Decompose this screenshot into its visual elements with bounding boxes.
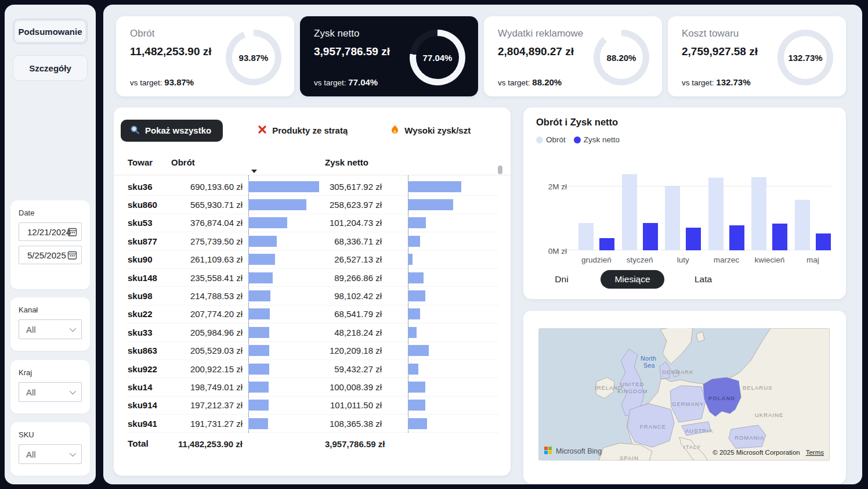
kraj-dropdown[interactable]: All: [19, 382, 82, 402]
sku-dropdown[interactable]: All: [19, 444, 82, 464]
kpi-title: Wydatki reklamowe: [498, 28, 583, 39]
toggle-miesiace[interactable]: Miesiące: [601, 270, 664, 289]
map-label-austria: AUSTRIA: [685, 427, 713, 434]
bar-group-luty[interactable]: luty: [665, 169, 701, 250]
column-header-towar[interactable]: Towar: [128, 157, 166, 167]
row-sku: sku877: [128, 236, 166, 246]
date-from-input[interactable]: 12/21/2024: [19, 222, 82, 241]
calendar-icon[interactable]: [67, 227, 77, 239]
zysk-bar-axis-line: [408, 175, 408, 433]
row-obrot-bar: [248, 236, 277, 247]
y-axis-tick-0m: 0M zł: [533, 247, 567, 256]
row-zysk-bar-cell: [388, 364, 499, 375]
table-row[interactable]: sku36 690,193.60 zł 305,617.92 zł: [128, 178, 499, 196]
europe-map[interactable]: IRELAND UNITED KINGDOM North Sea DENMARK…: [538, 328, 830, 461]
date-filter-card: Date 12/21/2024 5/25/2025: [10, 200, 90, 289]
row-zysk-bar-cell: [388, 345, 499, 356]
toggle-lata[interactable]: Lata: [695, 270, 712, 289]
kpi-title: Koszt towaru: [682, 28, 758, 39]
kanal-filter-label: Kanał: [19, 305, 82, 314]
bar-group-maj[interactable]: maj: [795, 169, 831, 250]
row-zysk: 98,102.42 zł: [325, 291, 388, 301]
table-row[interactable]: sku941 191,731.27 zł 108,365.38 zł: [128, 415, 499, 433]
filter-button-label: Pokaż wszystko: [145, 125, 211, 135]
row-sku: sku863: [128, 346, 166, 355]
row-obrot: 207,774.20 zł: [166, 309, 248, 319]
obrot-bar: [795, 200, 810, 250]
bar-group-styczeń[interactable]: styczeń: [622, 169, 658, 250]
legend-item-obrot[interactable]: Obrót: [536, 135, 566, 144]
row-zysk-bar-cell: [388, 327, 499, 338]
row-obrot: 261,109.63 zł: [166, 254, 248, 264]
table-row[interactable]: sku148 235,558.41 zł 89,266.86 zł: [128, 269, 499, 287]
row-obrot-bar-cell: [248, 290, 325, 301]
row-zysk-bar: [408, 181, 461, 192]
row-zysk: 26,527.13 zł: [325, 254, 388, 264]
row-zysk-bar: [408, 199, 453, 210]
table-row[interactable]: sku914 197,212.37 zł 101,011.50 zł: [128, 397, 499, 415]
kpi-vs-target: vs target: 77.04%: [314, 77, 390, 87]
map-label-ukraine: UKRAINE: [755, 412, 783, 418]
kpi-row: Obrót 11,482,253.90 zł vs target: 93.87%…: [116, 16, 846, 96]
table-scrollbar-thumb[interactable]: [498, 166, 502, 174]
kpi-vs-target: vs target: 132.73%: [682, 77, 758, 87]
row-zysk: 305,617.92 zł: [325, 182, 388, 192]
row-zysk-bar: [408, 345, 429, 356]
row-zysk-bar: [408, 364, 418, 375]
kanal-dropdown[interactable]: All: [19, 319, 82, 339]
nav-button-podsumowanie[interactable]: Podsumowanie: [13, 19, 88, 44]
table-row[interactable]: sku14 198,749.01 zł 100,008.39 zł: [128, 378, 499, 396]
legend-item-zysk-netto[interactable]: Zysk netto: [574, 135, 620, 144]
kpi-card-koszt-towaru[interactable]: Koszt towaru 2,759,927.58 zł vs target: …: [668, 16, 846, 96]
zysk-netto-bar: [686, 228, 701, 250]
calendar-icon[interactable]: [67, 250, 77, 262]
filter-button-pokaz-wszystko[interactable]: Pokaż wszystko: [121, 120, 223, 142]
kpi-card-zysk-netto[interactable]: Zysk netto 3,957,786.59 zł vs target: 77…: [300, 16, 478, 96]
row-obrot: 191,731.27 zł: [166, 419, 248, 429]
row-zysk: 101,011.50 zł: [325, 400, 388, 410]
kpi-card-wydatki-reklamowe[interactable]: Wydatki reklamowe 2,804,890.27 zł vs tar…: [484, 16, 662, 96]
row-zysk: 100,008.39 zł: [325, 382, 388, 392]
table-row[interactable]: sku860 565,930.71 zł 258,623.97 zł: [128, 196, 499, 214]
table-row[interactable]: sku33 205,984.96 zł 48,218.24 zł: [128, 323, 499, 341]
copyright-text: © 2025 Microsoft Corporation: [713, 449, 800, 456]
bar-group-grudzień[interactable]: grudzień: [578, 169, 614, 250]
filter-button-wysoki-zysk[interactable]: Wysoki zysk/szt: [382, 119, 479, 142]
table-row[interactable]: sku22 207,774.20 zł 68,541.79 zł: [128, 305, 499, 323]
table-row[interactable]: sku863 205,529.03 zł 120,209.18 zł: [128, 342, 499, 360]
row-obrot: 214,788.53 zł: [166, 291, 248, 301]
map-label-uk-line2: KINGDOM: [617, 388, 648, 394]
table-row[interactable]: sku53 376,874.04 zł 101,204.73 zł: [128, 214, 499, 232]
row-obrot-bar: [248, 272, 273, 283]
row-obrot: 235,558.41 zł: [166, 273, 248, 283]
kpi-card-obrot[interactable]: Obrót 11,482,253.90 zł vs target: 93.87%…: [116, 16, 294, 96]
column-header-obrot[interactable]: Obrót: [166, 157, 248, 167]
nav-button-szczegoly[interactable]: Szczegóły: [13, 55, 88, 81]
chart-title: Obrót i Zysk netto: [536, 117, 618, 128]
bar-group-kwiecień[interactable]: kwiecień: [751, 169, 787, 250]
terms-link[interactable]: Terms: [806, 449, 824, 456]
sort-descending-icon[interactable]: [251, 170, 257, 173]
bar-group-marzec[interactable]: marzec: [708, 169, 744, 250]
filter-button-produkty-ze-strata[interactable]: Produkty ze stratą: [249, 120, 356, 141]
sidebar: Podsumowanie Szczegóły Date 12/21/2024 5…: [5, 5, 96, 484]
table-row[interactable]: sku877 275,739.50 zł 68,336.71 zł: [128, 232, 499, 250]
kpi-value: 3,957,786.59 zł: [314, 45, 390, 58]
table-row[interactable]: sku98 214,788.53 zł 98,102.42 zł: [128, 287, 499, 305]
table-header: Towar Obrót Zysk netto: [114, 150, 511, 175]
zysk-netto-bar: [772, 224, 787, 250]
row-obrot-bar: [248, 199, 306, 210]
legend-label: Obrót: [546, 135, 566, 144]
row-zysk-bar: [408, 272, 424, 283]
main-panel: Obrót 11,482,253.90 zł vs target: 93.87%…: [103, 5, 862, 484]
kpi-gauge-percent: 88.20%: [607, 53, 636, 63]
kpi-vs-target: vs target: 93.87%: [130, 77, 212, 87]
map-label-uk-line1: UNITED: [620, 381, 644, 387]
column-header-zysk-netto[interactable]: Zysk netto: [325, 157, 388, 167]
map-card: IRELAND UNITED KINGDOM North Sea DENMARK…: [523, 311, 846, 484]
date-to-input[interactable]: 5/25/2025: [19, 246, 82, 264]
table-row[interactable]: sku922 200,922.15 zł 59,432.27 zł: [128, 360, 499, 378]
map-copyright: © 2025 Microsoft CorporationTerms: [713, 449, 824, 456]
toggle-dni[interactable]: Dni: [555, 270, 568, 289]
table-row[interactable]: sku90 261,109.63 zł 26,527.13 zł: [128, 251, 499, 269]
